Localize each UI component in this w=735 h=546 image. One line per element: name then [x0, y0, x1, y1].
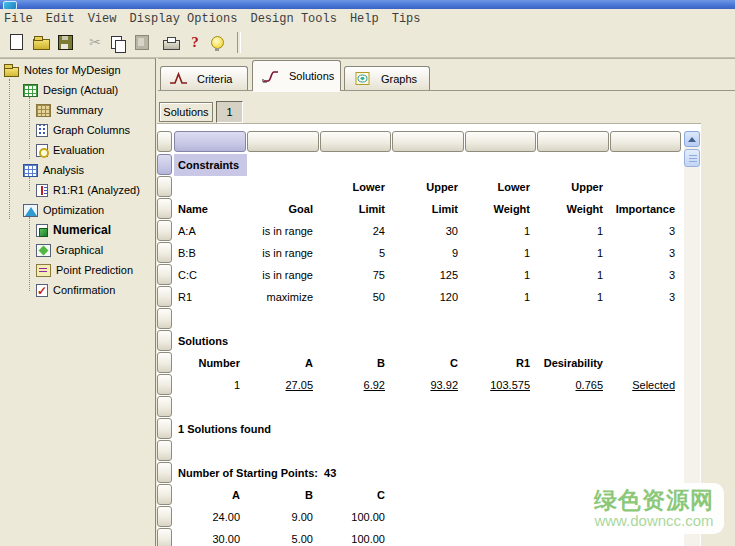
- row-header[interactable]: [157, 374, 172, 395]
- criteria-peak-icon: [169, 72, 189, 85]
- row-header[interactable]: [157, 176, 172, 197]
- column-header-5[interactable]: [465, 131, 536, 152]
- sidebar-item-graphical[interactable]: Graphical: [36, 240, 103, 260]
- sidebar-item-optimization[interactable]: Optimization: [23, 200, 104, 220]
- solutions-curve-icon: [261, 70, 281, 83]
- solution-number-button[interactable]: 1: [216, 101, 243, 123]
- evaluation-magnifier-icon: [36, 144, 48, 157]
- tree-line: [29, 97, 30, 159]
- menu-help[interactable]: Help: [350, 12, 379, 26]
- sidebar-item-r1-analyzed[interactable]: R1:R1 (Analyzed): [36, 180, 140, 200]
- solution-desirability-link[interactable]: 0.765: [537, 374, 610, 396]
- graphs-contour-icon: [353, 72, 373, 85]
- toolbar-separator: [237, 32, 241, 53]
- constraint-row-a: A:A is in range 24 30 1 1 3: [174, 220, 682, 242]
- paste-icon[interactable]: [133, 33, 151, 51]
- row-header[interactable]: [157, 330, 172, 351]
- menu-view[interactable]: View: [88, 12, 117, 26]
- sidebar-item-numerical[interactable]: Numerical: [36, 220, 111, 240]
- solution-r1-link[interactable]: 103.575: [465, 374, 537, 396]
- starting-points-text: Number of Starting Points: 43: [178, 462, 336, 484]
- tree-line: [29, 217, 30, 291]
- row-header[interactable]: [157, 264, 172, 285]
- row-header[interactable]: [157, 506, 172, 527]
- cut-icon[interactable]: ✂: [86, 33, 104, 51]
- toolbar: ✂ ?: [0, 28, 735, 58]
- sidebar-item-analysis[interactable]: Analysis: [23, 160, 84, 180]
- scroll-up-icon[interactable]: [684, 131, 700, 147]
- analysis-grid-icon: [23, 164, 38, 177]
- solutions-bar-label: Solutions: [159, 102, 213, 122]
- row-header[interactable]: [157, 484, 172, 505]
- row-header[interactable]: [157, 198, 172, 219]
- constraint-row-c: C:C is in range 75 125 1 1 3: [174, 264, 682, 286]
- row-header[interactable]: [157, 352, 172, 373]
- tree-line: [9, 79, 10, 219]
- solution-c-link[interactable]: 93.92: [392, 374, 465, 396]
- row-header[interactable]: [157, 418, 172, 439]
- row-header[interactable]: [157, 220, 172, 241]
- column-header-4[interactable]: [392, 131, 464, 152]
- menu-edit[interactable]: Edit: [46, 12, 75, 26]
- column-header-1[interactable]: [174, 131, 246, 152]
- sidebar-item-notes[interactable]: Notes for MyDesign: [4, 60, 121, 80]
- constraints-title: Constraints: [174, 154, 247, 176]
- print-icon[interactable]: [162, 33, 180, 51]
- constraints-header-row: Name Goal Limit Limit Weight Weight Impo…: [174, 198, 682, 220]
- row-header[interactable]: [157, 440, 172, 461]
- sidebar-item-confirmation[interactable]: ✓Confirmation: [36, 280, 115, 300]
- tab-strip-line: [158, 90, 735, 91]
- constraints-header-top-row: Lower Upper Lower Upper: [174, 176, 682, 198]
- solutions-found-text: 1 Solutions found: [178, 418, 271, 440]
- watermark-title: 绿色资源网: [594, 488, 714, 512]
- graph-columns-icon: [36, 124, 48, 137]
- copy-icon[interactable]: [109, 33, 127, 51]
- solution-a-link[interactable]: 27.05: [247, 374, 320, 396]
- menu-file[interactable]: File: [4, 12, 33, 26]
- solution-number: 1: [174, 374, 247, 396]
- row-header[interactable]: [157, 242, 172, 263]
- sheet-corner-button[interactable]: [157, 131, 172, 152]
- menu-design-tools[interactable]: Design Tools: [250, 12, 336, 26]
- row-header[interactable]: [157, 286, 172, 307]
- graphical-icon: [36, 244, 51, 257]
- column-header-7[interactable]: [610, 131, 681, 152]
- solution-b-link[interactable]: 6.92: [320, 374, 392, 396]
- help-icon[interactable]: ?: [186, 33, 204, 51]
- tab-solutions[interactable]: Solutions: [252, 60, 341, 91]
- tab-graphs[interactable]: Graphs: [344, 66, 430, 90]
- optimization-icon: [23, 204, 38, 217]
- menu-tips[interactable]: Tips: [392, 12, 421, 26]
- row-header[interactable]: [157, 154, 172, 175]
- row-header[interactable]: [157, 462, 172, 483]
- sidebar-item-point-prediction[interactable]: Point Prediction: [36, 260, 133, 280]
- sidebar-item-evaluation[interactable]: Evaluation: [36, 140, 104, 160]
- sidebar-item-design-actual[interactable]: Design (Actual): [23, 80, 118, 100]
- row-header[interactable]: [157, 308, 172, 329]
- new-file-icon[interactable]: [7, 33, 25, 51]
- thermometer-icon: [36, 184, 48, 197]
- row-header[interactable]: [157, 396, 172, 417]
- save-icon[interactable]: [56, 33, 74, 51]
- constraint-row-b: B:B is in range 5 9 1 1 3: [174, 242, 682, 264]
- menu-display-options[interactable]: Display Options: [129, 12, 237, 26]
- column-header-3[interactable]: [320, 131, 391, 152]
- sidebar-item-summary[interactable]: Summary: [36, 100, 103, 120]
- open-file-icon[interactable]: [32, 33, 50, 51]
- folder-icon: [4, 67, 19, 77]
- design-grid-icon: [23, 84, 38, 97]
- sidebar-item-graph-columns[interactable]: Graph Columns: [36, 120, 130, 140]
- scrollbar-thumb[interactable]: [684, 149, 700, 167]
- column-header-6[interactable]: [537, 131, 609, 152]
- tips-lightbulb-icon[interactable]: [208, 33, 226, 51]
- column-header-2[interactable]: [247, 131, 319, 152]
- sidebar-tree: Notes for MyDesign Design (Actual) Summa…: [0, 58, 155, 546]
- tab-criteria[interactable]: Criteria: [160, 66, 248, 90]
- solutions-section-title: Solutions: [178, 330, 228, 352]
- row-header[interactable]: [157, 528, 172, 546]
- watermark-url: www.downcc.com: [594, 512, 714, 530]
- constraint-row-r1: R1 maximize 50 120 1 1 3: [174, 286, 682, 308]
- title-bar: [0, 0, 735, 9]
- solution-row-1: 1 27.05 6.92 93.92 103.575 0.765 Selecte…: [174, 374, 682, 396]
- solution-selected-link[interactable]: Selected: [610, 374, 682, 396]
